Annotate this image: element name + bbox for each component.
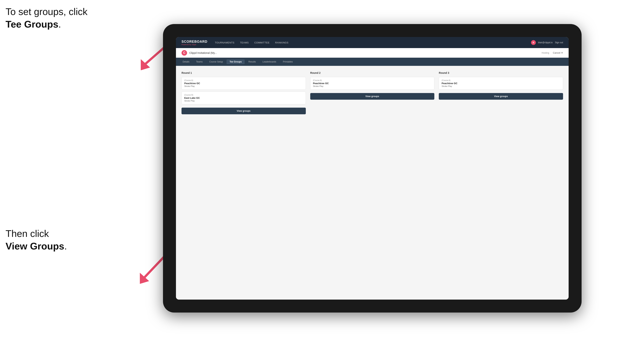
rounds-grid: Round 1 (Course A) Peachtree GC Stroke P… xyxy=(182,71,563,114)
user-email: blair@clippd.io xyxy=(538,41,553,44)
round-1-course-b-card: (Course B) East Lake GC Stroke Play xyxy=(182,92,306,104)
round-1-course-b-label: (Course B) xyxy=(184,94,303,96)
round-2-course-a-card: (Course A) Peachtree GC Stroke Play xyxy=(310,77,434,90)
tab-teams[interactable]: Teams xyxy=(193,59,206,64)
instruction-tee-groups: Tee Groups xyxy=(6,19,58,30)
round-1-course-b-name: East Lake GC xyxy=(184,97,303,99)
round-3-column: Round 3 (Course A) Peachtree GC Stroke P… xyxy=(439,71,563,114)
round-1-view-groups-button[interactable]: View groups xyxy=(182,108,306,114)
instruction-bottom: Then click View Groups. xyxy=(6,227,67,252)
round-3-course-a-label: (Course A) xyxy=(442,79,560,81)
round-2-column: Round 2 (Course A) Peachtree GC Stroke P… xyxy=(310,71,434,114)
nav-committee[interactable]: COMMITTEE xyxy=(254,41,270,44)
tablet-screen: SCOREBOARD Powered by clippt TOURNAMENTS… xyxy=(176,37,568,300)
round-3-course-a-format: Stroke Play xyxy=(442,85,560,87)
instruction-view-groups: View Groups xyxy=(6,241,64,251)
navigation-bar: SCOREBOARD Powered by clippt TOURNAMENTS… xyxy=(176,37,568,48)
tab-bar: Details Teams Course Setup Tee Groups Re… xyxy=(176,58,568,66)
instruction-top: To set groups, click Tee Groups. xyxy=(6,5,88,30)
round-2-view-groups-button[interactable]: View groups xyxy=(310,93,434,100)
tournament-bar: C Clippd Invitational (My... Hosting Can… xyxy=(176,48,568,58)
round-1-title: Round 1 xyxy=(182,71,306,74)
cancel-button[interactable]: Cancel ✕ xyxy=(553,51,563,54)
app-logo: SCOREBOARD Powered by clippt xyxy=(182,40,208,45)
round-3-course-a-card: (Course A) Peachtree GC Stroke Play xyxy=(439,77,563,90)
round-1-course-a-name: Peachtree GC xyxy=(184,82,303,85)
round-3-course-a-name: Peachtree GC xyxy=(442,82,560,85)
tab-tee-groups[interactable]: Tee Groups xyxy=(226,59,245,64)
tournament-status: Hosting xyxy=(542,52,549,54)
nav-right: B blair@clippd.io Sign out xyxy=(531,40,563,45)
tab-printables[interactable]: Printables xyxy=(280,59,296,64)
sign-out-link[interactable]: Sign out xyxy=(555,41,563,44)
round-2-title: Round 2 xyxy=(310,71,434,74)
round-2-course-a-name: Peachtree GC xyxy=(313,82,432,85)
tournament-name: Clippd Invitational (My... xyxy=(189,51,542,54)
round-1-course-a-format: Stroke Play xyxy=(184,85,303,87)
main-content: Round 1 (Course A) Peachtree GC Stroke P… xyxy=(176,66,568,300)
tab-course-setup[interactable]: Course Setup xyxy=(206,59,226,64)
tab-results[interactable]: Results xyxy=(246,59,259,64)
round-3-view-groups-button[interactable]: View groups xyxy=(439,93,563,100)
round-1-course-b-format: Stroke Play xyxy=(184,100,303,102)
avatar: B xyxy=(531,40,536,45)
round-3-title: Round 3 xyxy=(439,71,563,74)
round-1-column: Round 1 (Course A) Peachtree GC Stroke P… xyxy=(182,71,306,114)
round-2-course-a-format: Stroke Play xyxy=(313,85,432,87)
nav-links: TOURNAMENTS TEAMS COMMITTEE RANKINGS xyxy=(215,41,531,44)
nav-tournaments[interactable]: TOURNAMENTS xyxy=(215,41,234,44)
round-2-course-a-label: (Course A) xyxy=(313,79,432,81)
tournament-logo: C xyxy=(182,50,187,56)
tablet-device: SCOREBOARD Powered by clippt TOURNAMENTS… xyxy=(163,24,582,313)
tab-details[interactable]: Details xyxy=(180,59,192,64)
round-1-course-a-label: (Course A) xyxy=(184,79,303,81)
tab-leaderboards[interactable]: Leaderboards xyxy=(260,59,279,64)
nav-teams[interactable]: TEAMS xyxy=(240,41,249,44)
instruction-then-click: Then click xyxy=(6,228,49,239)
nav-rankings[interactable]: RANKINGS xyxy=(275,41,288,44)
round-1-course-a-card: (Course A) Peachtree GC Stroke Play xyxy=(182,77,306,90)
instruction-line1: To set groups, click xyxy=(6,6,88,17)
